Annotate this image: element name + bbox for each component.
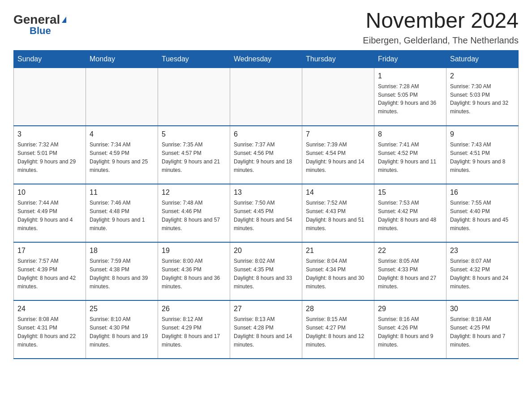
day-number: 20 xyxy=(234,245,298,256)
day-cell: 30Sunrise: 8:18 AM Sunset: 4:25 PM Dayli… xyxy=(446,300,519,359)
day-cell: 8Sunrise: 7:41 AM Sunset: 4:52 PM Daylig… xyxy=(374,126,446,184)
calendar-title: November 2024 xyxy=(363,9,519,33)
day-cell: 23Sunrise: 8:07 AM Sunset: 4:32 PM Dayli… xyxy=(446,242,519,300)
day-cell: 19Sunrise: 8:00 AM Sunset: 4:36 PM Dayli… xyxy=(158,242,230,300)
day-cell: 26Sunrise: 8:12 AM Sunset: 4:29 PM Dayli… xyxy=(158,300,230,359)
week-row-5: 24Sunrise: 8:08 AM Sunset: 4:31 PM Dayli… xyxy=(14,300,519,359)
day-info: Sunrise: 7:39 AM Sunset: 4:54 PM Dayligh… xyxy=(306,141,364,173)
day-cell: 6Sunrise: 7:37 AM Sunset: 4:56 PM Daylig… xyxy=(230,126,302,184)
day-number: 26 xyxy=(162,304,226,314)
day-cell: 16Sunrise: 7:55 AM Sunset: 4:40 PM Dayli… xyxy=(446,184,519,242)
week-row-4: 17Sunrise: 7:57 AM Sunset: 4:39 PM Dayli… xyxy=(14,242,519,300)
day-number: 11 xyxy=(90,187,154,198)
day-cell: 24Sunrise: 8:08 AM Sunset: 4:31 PM Dayli… xyxy=(14,300,86,359)
day-number: 12 xyxy=(162,187,226,198)
day-info: Sunrise: 7:44 AM Sunset: 4:49 PM Dayligh… xyxy=(17,200,73,231)
day-cell: 4Sunrise: 7:34 AM Sunset: 4:59 PM Daylig… xyxy=(86,126,158,184)
day-number: 17 xyxy=(17,245,82,256)
day-cell: 21Sunrise: 8:04 AM Sunset: 4:34 PM Dayli… xyxy=(302,242,374,300)
day-number: 5 xyxy=(162,129,226,140)
day-cell: 10Sunrise: 7:44 AM Sunset: 4:49 PM Dayli… xyxy=(14,184,86,242)
day-cell: 27Sunrise: 8:13 AM Sunset: 4:28 PM Dayli… xyxy=(230,300,302,359)
day-number: 7 xyxy=(306,129,370,140)
day-number: 28 xyxy=(306,304,370,314)
day-number: 10 xyxy=(17,187,82,198)
day-cell: 11Sunrise: 7:46 AM Sunset: 4:48 PM Dayli… xyxy=(86,184,158,242)
day-number: 6 xyxy=(234,129,298,140)
day-cell: 17Sunrise: 7:57 AM Sunset: 4:39 PM Dayli… xyxy=(14,242,86,300)
day-cell xyxy=(158,68,230,126)
header-wednesday: Wednesday xyxy=(230,50,302,68)
day-cell: 28Sunrise: 8:15 AM Sunset: 4:27 PM Dayli… xyxy=(302,300,374,359)
logo-general: General xyxy=(13,13,60,26)
day-cell: 18Sunrise: 7:59 AM Sunset: 4:38 PM Dayli… xyxy=(86,242,158,300)
day-info: Sunrise: 7:48 AM Sunset: 4:46 PM Dayligh… xyxy=(162,200,220,231)
day-info: Sunrise: 8:05 AM Sunset: 4:33 PM Dayligh… xyxy=(378,258,436,289)
day-info: Sunrise: 8:12 AM Sunset: 4:29 PM Dayligh… xyxy=(162,316,220,347)
calendar-header-row: SundayMondayTuesdayWednesdayThursdayFrid… xyxy=(14,50,519,68)
day-cell xyxy=(302,68,374,126)
day-cell: 25Sunrise: 8:10 AM Sunset: 4:30 PM Dayli… xyxy=(86,300,158,359)
day-info: Sunrise: 7:41 AM Sunset: 4:52 PM Dayligh… xyxy=(378,141,436,173)
day-info: Sunrise: 7:50 AM Sunset: 4:45 PM Dayligh… xyxy=(234,200,292,231)
day-number: 2 xyxy=(450,71,515,81)
day-number: 14 xyxy=(306,187,370,198)
day-cell xyxy=(230,68,302,126)
week-row-1: 1Sunrise: 7:28 AM Sunset: 5:05 PM Daylig… xyxy=(14,68,519,126)
logo: General Blue xyxy=(13,13,66,37)
calendar-table: SundayMondayTuesdayWednesdayThursdayFrid… xyxy=(13,50,519,360)
day-info: Sunrise: 8:04 AM Sunset: 4:34 PM Dayligh… xyxy=(306,258,364,289)
day-number: 19 xyxy=(162,245,226,256)
day-cell: 12Sunrise: 7:48 AM Sunset: 4:46 PM Dayli… xyxy=(158,184,230,242)
day-number: 15 xyxy=(378,187,442,198)
day-info: Sunrise: 7:37 AM Sunset: 4:56 PM Dayligh… xyxy=(234,141,292,173)
day-number: 8 xyxy=(378,129,442,140)
day-cell: 5Sunrise: 7:35 AM Sunset: 4:57 PM Daylig… xyxy=(158,126,230,184)
header: General Blue November 2024 Eibergen, Gel… xyxy=(13,9,519,46)
day-info: Sunrise: 8:15 AM Sunset: 4:27 PM Dayligh… xyxy=(306,316,364,347)
day-cell: 7Sunrise: 7:39 AM Sunset: 4:54 PM Daylig… xyxy=(302,126,374,184)
day-cell: 14Sunrise: 7:52 AM Sunset: 4:43 PM Dayli… xyxy=(302,184,374,242)
day-cell: 20Sunrise: 8:02 AM Sunset: 4:35 PM Dayli… xyxy=(230,242,302,300)
header-sunday: Sunday xyxy=(14,50,86,68)
day-info: Sunrise: 8:13 AM Sunset: 4:28 PM Dayligh… xyxy=(234,316,292,347)
day-number: 29 xyxy=(378,304,442,314)
day-cell: 3Sunrise: 7:32 AM Sunset: 5:01 PM Daylig… xyxy=(14,126,86,184)
day-info: Sunrise: 7:30 AM Sunset: 5:03 PM Dayligh… xyxy=(450,83,508,115)
day-cell: 9Sunrise: 7:43 AM Sunset: 4:51 PM Daylig… xyxy=(446,126,519,184)
day-number: 18 xyxy=(90,245,154,256)
day-info: Sunrise: 7:55 AM Sunset: 4:40 PM Dayligh… xyxy=(450,200,508,231)
day-info: Sunrise: 7:57 AM Sunset: 4:39 PM Dayligh… xyxy=(17,258,76,289)
day-info: Sunrise: 7:35 AM Sunset: 4:57 PM Dayligh… xyxy=(162,141,220,173)
day-cell: 22Sunrise: 8:05 AM Sunset: 4:33 PM Dayli… xyxy=(374,242,446,300)
header-friday: Friday xyxy=(374,50,446,68)
day-info: Sunrise: 8:07 AM Sunset: 4:32 PM Dayligh… xyxy=(450,258,508,289)
calendar-subtitle: Eibergen, Gelderland, The Netherlands xyxy=(363,35,519,46)
day-info: Sunrise: 7:53 AM Sunset: 4:42 PM Dayligh… xyxy=(378,200,436,231)
day-number: 24 xyxy=(17,304,82,314)
header-saturday: Saturday xyxy=(446,50,519,68)
day-number: 23 xyxy=(450,245,515,256)
day-cell: 1Sunrise: 7:28 AM Sunset: 5:05 PM Daylig… xyxy=(374,68,446,126)
logo-blue: Blue xyxy=(30,25,51,37)
day-info: Sunrise: 8:00 AM Sunset: 4:36 PM Dayligh… xyxy=(162,258,220,289)
header-tuesday: Tuesday xyxy=(158,50,230,68)
day-info: Sunrise: 7:28 AM Sunset: 5:05 PM Dayligh… xyxy=(378,83,436,115)
day-cell: 15Sunrise: 7:53 AM Sunset: 4:42 PM Dayli… xyxy=(374,184,446,242)
day-number: 27 xyxy=(234,304,298,314)
day-number: 4 xyxy=(90,129,154,140)
header-thursday: Thursday xyxy=(302,50,374,68)
day-info: Sunrise: 8:08 AM Sunset: 4:31 PM Dayligh… xyxy=(17,316,76,347)
day-info: Sunrise: 8:02 AM Sunset: 4:35 PM Dayligh… xyxy=(234,258,292,289)
day-info: Sunrise: 7:52 AM Sunset: 4:43 PM Dayligh… xyxy=(306,200,364,231)
day-cell xyxy=(86,68,158,126)
week-row-2: 3Sunrise: 7:32 AM Sunset: 5:01 PM Daylig… xyxy=(14,126,519,184)
day-number: 25 xyxy=(90,304,154,314)
day-info: Sunrise: 7:32 AM Sunset: 5:01 PM Dayligh… xyxy=(17,141,76,173)
day-info: Sunrise: 7:46 AM Sunset: 4:48 PM Dayligh… xyxy=(90,200,145,231)
day-number: 3 xyxy=(17,129,82,140)
day-info: Sunrise: 7:43 AM Sunset: 4:51 PM Dayligh… xyxy=(450,141,505,173)
day-info: Sunrise: 8:18 AM Sunset: 4:25 PM Dayligh… xyxy=(450,316,505,347)
day-cell xyxy=(14,68,86,126)
day-info: Sunrise: 8:16 AM Sunset: 4:26 PM Dayligh… xyxy=(378,316,433,347)
